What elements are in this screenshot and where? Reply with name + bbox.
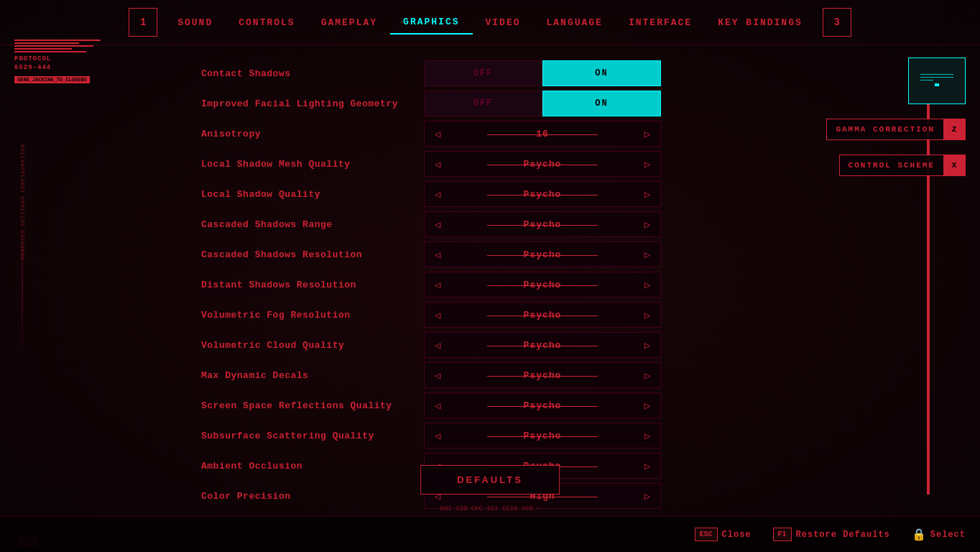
arrow-ssr: ◁ Psycho ▷: [424, 392, 661, 418]
arrow-shadow-quality: ◁ Psycho ▷: [424, 181, 661, 207]
select-action[interactable]: 🔒 Select: [912, 528, 966, 542]
nav-gameplay[interactable]: GAMEPLAY: [308, 12, 390, 34]
close-label: Close: [722, 530, 752, 540]
arrow-left-distant-shadows[interactable]: ◁: [425, 272, 450, 297]
value-underline-color-precision: [487, 497, 598, 497]
gamma-correction-label: GAMMA CORRECTION: [827, 119, 943, 139]
arrow-value-sss: Psycho: [450, 431, 634, 441]
setting-label-vol-fog: Volumetric Fog Resolution: [201, 310, 424, 321]
arrow-value-cascaded-range: Psycho: [450, 219, 634, 230]
setting-label-sss: Subsurface Scattering Quality: [201, 431, 424, 441]
arrow-distant-shadows: ◁ Psycho ▷: [424, 272, 661, 298]
corner-decoration: —: [969, 7, 973, 15]
setting-row-decals: Max Dynamic Decals ◁ Psycho ▷: [201, 362, 923, 389]
restore-action[interactable]: F1 Restore Defaults: [773, 528, 890, 541]
setting-row-sss: Subsurface Scattering Quality ◁ Psycho ▷: [201, 422, 923, 449]
defaults-area: DEFAULTS: [420, 465, 560, 494]
arrow-right-color-precision[interactable]: ▷: [634, 484, 660, 508]
arrow-value-decals: Psycho: [450, 370, 634, 381]
nav-video[interactable]: VIDEO: [473, 12, 534, 34]
setting-label-facial-lighting: Improved Facial Lighting Geometry: [201, 98, 424, 109]
arrow-cascaded-res: ◁ Psycho ▷: [424, 242, 661, 267]
arrow-right-vol-cloud[interactable]: ▷: [634, 333, 660, 357]
status-line: GN1 130 CKC 151 CC10 A55 →: [440, 505, 540, 512]
right-panel: GAMMA CORRECTION Z CONTROL SCHEME X: [808, 58, 966, 176]
logo-badge: SEND_JACKING_TO_CLOSEBO: [14, 76, 90, 83]
gamma-correction-key: Z: [943, 119, 965, 139]
gamma-correction-button[interactable]: GAMMA CORRECTION Z: [826, 119, 966, 140]
toggle-on-contact-shadows[interactable]: ON: [542, 60, 661, 86]
arrow-right-decals[interactable]: ▷: [634, 363, 660, 387]
control-scheme-button[interactable]: CONTROL SCHEME X: [839, 155, 966, 176]
value-underline-cascaded-res: [487, 255, 598, 256]
nav-language[interactable]: LANGUAGE: [534, 12, 616, 34]
arrow-left-vol-fog[interactable]: ◁: [425, 303, 450, 327]
value-underline-shadow-quality: [487, 195, 598, 196]
setting-label-anisotropy: Anisotropy: [201, 129, 424, 139]
setting-row-ssr: Screen Space Reflections Quality ◁ Psych…: [201, 392, 923, 419]
arrow-right-cascaded-range[interactable]: ▷: [634, 212, 660, 236]
arrow-right-ao[interactable]: ▷: [634, 454, 660, 478]
arrow-value-ssr: Psycho: [450, 400, 634, 411]
arrow-left-shadow-quality[interactable]: ◁: [425, 182, 450, 206]
arrow-right-vol-fog[interactable]: ▷: [634, 303, 660, 327]
value-underline-decals: [487, 376, 598, 377]
arrow-left-cascaded-res[interactable]: ◁: [425, 242, 450, 267]
toggle-contact-shadows[interactable]: OFF ON: [424, 60, 661, 86]
arrow-left-decals[interactable]: ◁: [425, 363, 450, 387]
nav-key-bindings[interactable]: KEY BINDINGS: [705, 12, 815, 34]
control-scheme-key: X: [943, 155, 965, 175]
arrow-right-distant-shadows[interactable]: ▷: [634, 272, 660, 297]
nav-graphics[interactable]: GRAPHICS: [390, 11, 472, 34]
preview-line-1: [920, 74, 954, 75]
toggle-off-contact-shadows[interactable]: OFF: [424, 60, 542, 86]
preview-line-2: [920, 77, 954, 78]
arrow-value-vol-fog: Psycho: [450, 310, 634, 321]
setting-row-ao: Ambient Occlusion ◁ Psycho ▷: [201, 452, 923, 479]
nav-controls[interactable]: CONTROLS: [226, 12, 308, 34]
toggle-on-facial-lighting[interactable]: ON: [542, 91, 661, 116]
arrow-right-anisotropy[interactable]: ▷: [634, 121, 660, 146]
setting-label-color-precision: Color Precision: [201, 491, 424, 502]
value-underline-cascaded-range: [487, 225, 598, 226]
arrow-sss: ◁ Psycho ▷: [424, 423, 661, 448]
setting-row-distant-shadows: Distant Shadows Resolution ◁ Psycho ▷: [201, 271, 923, 298]
select-label: Select: [930, 530, 966, 540]
arrow-left-anisotropy[interactable]: ◁: [425, 121, 450, 146]
toggle-facial-lighting[interactable]: OFF ON: [424, 91, 661, 116]
arrow-right-sss[interactable]: ▷: [634, 423, 660, 448]
nav-interface[interactable]: INTERFACE: [616, 12, 705, 34]
arrow-left-sss[interactable]: ◁: [425, 423, 450, 448]
setting-label-shadow-mesh: Local Shadow Mesh Quality: [201, 159, 424, 170]
preview-dot: [935, 83, 939, 86]
logo-area: PROTOCOL 6529-444 SEND_JACKING_TO_CLOSEB…: [14, 40, 101, 85]
value-underline-ssr: [487, 406, 598, 407]
arrow-value-anisotropy: 16: [450, 129, 634, 139]
restore-label: Restore Defaults: [796, 530, 890, 540]
side-text: GRAPHICS SETTINGS CONFIGURATION: [20, 144, 26, 259]
restore-key: F1: [773, 528, 792, 541]
value-underline-anisotropy: [487, 134, 598, 135]
value-underline-sss: [487, 436, 598, 437]
setting-row-cascaded-range: Cascaded Shadows Range ◁ Psycho ▷: [201, 211, 923, 238]
setting-row-color-precision: Color Precision ◁ High ▷: [201, 482, 923, 509]
arrow-value-distant-shadows: Psycho: [450, 280, 634, 290]
arrow-left-shadow-mesh[interactable]: ◁: [425, 152, 450, 176]
setting-row-vol-cloud: Volumetric Cloud Quality ◁ Psycho ▷: [201, 331, 923, 359]
nav-sound[interactable]: SOUND: [165, 12, 226, 34]
arrow-left-cascaded-range[interactable]: ◁: [425, 212, 450, 236]
close-action[interactable]: ESC Close: [695, 528, 752, 541]
defaults-button[interactable]: DEFAULTS: [420, 465, 560, 494]
arrow-right-ssr[interactable]: ▷: [634, 393, 660, 418]
arrow-right-cascaded-res[interactable]: ▷: [634, 242, 660, 267]
value-underline-vol-cloud: [487, 346, 598, 346]
toggle-off-facial-lighting[interactable]: OFF: [424, 91, 542, 116]
arrow-left-vol-cloud[interactable]: ◁: [425, 333, 450, 357]
logo-line-4: [14, 48, 72, 50]
setting-row-cascaded-res: Cascaded Shadows Resolution ◁ Psycho ▷: [201, 241, 923, 268]
arrow-vol-fog: ◁ Psycho ▷: [424, 302, 661, 328]
arrow-left-ssr[interactable]: ◁: [425, 393, 450, 418]
arrow-right-shadow-mesh[interactable]: ▷: [634, 152, 660, 176]
logo-line-3: [14, 45, 93, 47]
arrow-right-shadow-quality[interactable]: ▷: [634, 182, 660, 206]
